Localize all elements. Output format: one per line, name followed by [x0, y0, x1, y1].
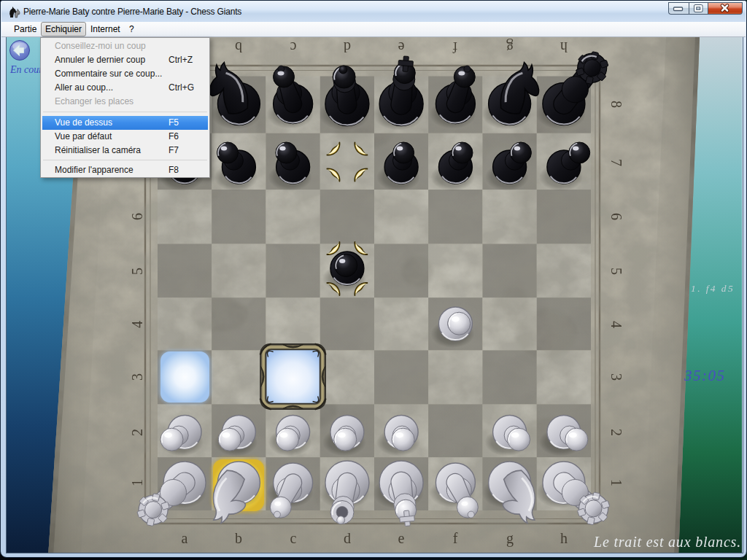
svg-text:1: 1: [129, 479, 145, 486]
svg-text:h: h: [560, 39, 568, 55]
svg-text:d: d: [344, 530, 351, 546]
svg-text:1: 1: [608, 479, 624, 486]
svg-text:6: 6: [129, 213, 145, 220]
svg-text:b: b: [235, 530, 242, 546]
svg-text:e: e: [398, 530, 405, 546]
svg-text:7: 7: [608, 159, 624, 166]
svg-text:f: f: [453, 530, 458, 546]
svg-text:3: 3: [608, 373, 624, 381]
svg-text:5: 5: [608, 268, 624, 275]
svg-text:5: 5: [129, 268, 145, 275]
svg-text:d: d: [344, 39, 351, 55]
svg-text:4: 4: [129, 321, 145, 328]
svg-text:1. f4 d5: 1. f4 d5: [691, 283, 735, 294]
svg-text:Le trait est aux blancs.: Le trait est aux blancs.: [593, 534, 741, 550]
svg-text:3: 3: [129, 373, 145, 381]
svg-text:2: 2: [129, 429, 145, 436]
svg-text:2: 2: [608, 429, 624, 436]
svg-text:c: c: [290, 530, 297, 546]
svg-text:35:05: 35:05: [684, 367, 726, 384]
svg-text:6: 6: [608, 213, 624, 220]
svg-text:4: 4: [608, 321, 624, 328]
svg-text:b: b: [235, 39, 242, 55]
svg-text:g: g: [506, 530, 514, 547]
svg-text:e: e: [398, 39, 404, 55]
svg-text:f: f: [452, 39, 457, 55]
svg-text:h: h: [560, 530, 568, 546]
svg-text:8: 8: [608, 101, 624, 108]
svg-text:g: g: [506, 39, 514, 55]
svg-text:a: a: [182, 530, 188, 546]
svg-text:c: c: [290, 39, 296, 55]
